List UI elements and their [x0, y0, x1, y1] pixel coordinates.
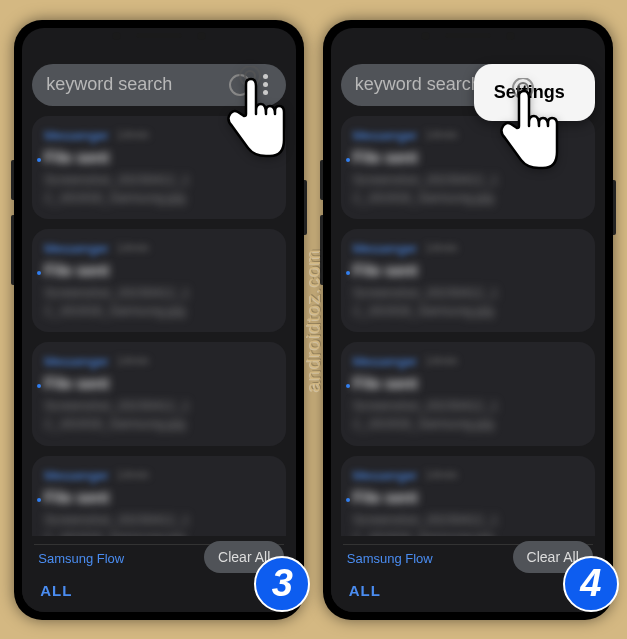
notification-card[interactable]: Messenger14min File sent Screenshot_2023…: [341, 116, 595, 219]
settings-menu-item[interactable]: Settings: [474, 64, 595, 121]
screen: keyword search Messenger14min File sent …: [22, 28, 296, 612]
notification-card[interactable]: Messenger14min File sent Screenshot_2023…: [341, 229, 595, 332]
all-tab[interactable]: ALL: [40, 582, 72, 599]
watermark: androidtoz.com: [303, 248, 325, 392]
notification-card[interactable]: Messenger14min File sent Screenshot_2023…: [341, 342, 595, 445]
all-tab[interactable]: ALL: [349, 582, 381, 599]
search-input[interactable]: keyword search: [46, 74, 229, 95]
phone-notch: [113, 32, 206, 40]
more-options-icon[interactable]: [259, 70, 272, 99]
notification-card[interactable]: Messenger14min File sent Screenshot_2023…: [32, 342, 286, 445]
phone-notch: [421, 32, 514, 40]
search-icon: [229, 74, 251, 96]
notification-list: Messenger14min File sent Screenshot_2023…: [22, 112, 296, 552]
notification-card[interactable]: Messenger14min File sent Screenshot_2023…: [32, 229, 286, 332]
bottom-bar: Samsung Flow 4:02 pm Clear All ALL: [331, 536, 605, 612]
phone-step-4: keyword search Settings Messenger14min F…: [323, 20, 613, 620]
notification-list: Messenger14min File sent Screenshot_2023…: [331, 112, 605, 552]
screen: keyword search Settings Messenger14min F…: [331, 28, 605, 612]
step-badge: 4: [563, 556, 619, 612]
phone-step-3: keyword search Messenger14min File sent …: [14, 20, 304, 620]
flow-label: Samsung Flow: [347, 551, 433, 566]
search-bar[interactable]: keyword search: [32, 64, 286, 106]
step-badge: 3: [254, 556, 310, 612]
flow-label: Samsung Flow: [38, 551, 124, 566]
notification-card[interactable]: Messenger14min File sent Screenshot_2023…: [32, 116, 286, 219]
